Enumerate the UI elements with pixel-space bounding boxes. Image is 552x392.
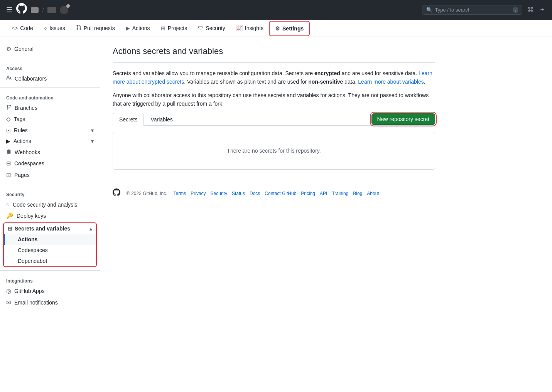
sidebar-item-actions[interactable]: ▶ Actions ▾ xyxy=(0,136,100,146)
branches-icon xyxy=(6,104,12,111)
main-content: Actions secrets and variables Secrets an… xyxy=(100,37,447,179)
new-secret-button[interactable]: New repository secret xyxy=(371,113,435,125)
secrets-variables-label: Secrets and variables xyxy=(15,225,70,232)
sidebar-collaborators-label: Collaborators xyxy=(15,76,47,82)
search-placeholder: Type / to search xyxy=(435,7,511,13)
sidebar-item-email-notifications[interactable]: ✉ Email notifications xyxy=(0,297,100,308)
sidebar-item-branches[interactable]: Branches xyxy=(0,102,100,113)
search-bar[interactable]: 🔍 Type / to search / xyxy=(422,5,522,15)
nav-pr-label: Pull requests xyxy=(84,25,115,31)
link-variables[interactable]: Learn more about variables xyxy=(358,79,424,85)
nav-settings[interactable]: ⚙ Settings xyxy=(269,21,310,36)
nav-insights[interactable]: 📈 Insights xyxy=(231,20,269,37)
empty-state: There are no secrets for this repository… xyxy=(113,132,435,170)
sidebar-item-tags[interactable]: ◇ Tags xyxy=(0,113,100,125)
sidebar-deploy-keys-label: Deploy keys xyxy=(17,213,46,219)
footer: © 2023 GitHub, Inc. Terms Privacy Securi… xyxy=(100,179,552,208)
sub-dependabot-label: Dependabot xyxy=(18,258,47,264)
tab-secrets-label: Secrets xyxy=(119,116,137,123)
user-avatar-2[interactable] xyxy=(47,7,56,13)
codespaces-icon: ⊟ xyxy=(6,160,11,167)
footer-copyright: © 2023 GitHub, Inc. xyxy=(127,191,167,196)
tab-variables[interactable]: Variables xyxy=(144,113,179,126)
sidebar-item-deploy-keys[interactable]: 🔑 Deploy keys xyxy=(0,210,100,222)
tab-variables-label: Variables xyxy=(150,116,172,123)
main-layout: ⚙ General Access Collaborators Code and … xyxy=(0,37,552,390)
empty-state-text: There are no secrets for this repository… xyxy=(227,148,321,154)
nav-projects-label: Projects xyxy=(168,25,187,31)
tags-icon: ◇ xyxy=(6,116,11,123)
nav-issues[interactable]: ○ Issues xyxy=(39,20,71,37)
collaborators-icon xyxy=(6,75,12,82)
sidebar-section-security: Security xyxy=(0,187,100,199)
github-logo xyxy=(16,3,27,17)
security-icon: 🛡 xyxy=(198,25,203,31)
sidebar-item-pages[interactable]: ⊡ Pages xyxy=(0,169,100,181)
sidebar-item-general[interactable]: ⚙ General xyxy=(0,43,100,55)
footer-api[interactable]: API xyxy=(320,191,327,196)
code-icon: <> xyxy=(12,25,18,31)
sidebar-github-apps-label: GitHub Apps xyxy=(14,288,45,294)
footer-privacy[interactable]: Privacy xyxy=(191,191,206,196)
sidebar-section-integrations: Integrations xyxy=(0,274,100,285)
footer-training[interactable]: Training xyxy=(332,191,348,196)
pr-icon xyxy=(76,25,81,31)
nav-security[interactable]: 🛡 Security xyxy=(192,20,231,37)
sidebar-item-github-apps[interactable]: ◎ GitHub Apps xyxy=(0,285,100,297)
nav-issues-label: Issues xyxy=(49,25,65,31)
hamburger-icon[interactable]: ☰ xyxy=(6,6,12,14)
footer-status[interactable]: Status xyxy=(232,191,245,196)
user-avatar-1[interactable] xyxy=(31,7,39,13)
sidebar-item-rules[interactable]: ⊡ Rules ▾ xyxy=(0,125,100,136)
email-notifications-icon: ✉ xyxy=(6,299,11,306)
sidebar-sub-item-actions[interactable]: Actions xyxy=(4,234,96,245)
insights-icon: 📈 xyxy=(236,25,243,31)
terminal-button[interactable]: ⌘ xyxy=(525,4,535,16)
description-2: Anyone with collaborator access to this … xyxy=(113,91,435,108)
settings-icon: ⚙ xyxy=(275,25,280,32)
nav-insights-label: Insights xyxy=(245,25,263,31)
nav-code-label: Code xyxy=(20,25,33,31)
footer-terms[interactable]: Terms xyxy=(174,191,186,196)
footer-docs[interactable]: Docs xyxy=(250,191,260,196)
secrets-variables-icon: ⊞ xyxy=(8,225,12,232)
top-bar-right: 🔍 Type / to search / ⌘ + xyxy=(422,4,546,16)
actions-expand-icon: ▾ xyxy=(91,138,94,144)
sidebar-email-notifications-label: Email notifications xyxy=(14,299,58,306)
footer-about[interactable]: About xyxy=(367,191,379,196)
sidebar-item-collaborators[interactable]: Collaborators xyxy=(0,73,100,84)
sidebar-webhooks-label: Webhooks xyxy=(15,149,40,155)
sidebar-item-codespaces[interactable]: ⊟ Codespaces xyxy=(0,158,100,169)
sidebar-item-webhooks[interactable]: Webhooks xyxy=(0,146,100,158)
secrets-variables-header[interactable]: ⊞ Secrets and variables ▴ xyxy=(4,223,96,234)
sidebar-item-code-security[interactable]: ○ Code security and analysis xyxy=(0,199,100,210)
nav-projects[interactable]: ⊞ Projects xyxy=(155,20,193,37)
nav-settings-label: Settings xyxy=(282,25,304,32)
sidebar: ⚙ General Access Collaborators Code and … xyxy=(0,37,100,390)
nav-actions[interactable]: ▶ Actions xyxy=(120,20,155,37)
nav-pull-requests[interactable]: Pull requests xyxy=(71,20,120,37)
sidebar-code-security-label: Code security and analysis xyxy=(13,202,77,208)
sidebar-tags-label: Tags xyxy=(14,116,25,122)
projects-icon: ⊞ xyxy=(161,25,165,31)
sidebar-sub-item-codespaces[interactable]: Codespaces xyxy=(4,245,96,256)
footer-contact-github[interactable]: Contact GitHub xyxy=(265,191,296,196)
sidebar-sub-item-dependabot[interactable]: Dependabot xyxy=(4,256,96,266)
plus-button[interactable]: + xyxy=(538,4,546,15)
footer-logo xyxy=(113,188,120,199)
sub-codespaces-label: Codespaces xyxy=(18,247,48,253)
sub-actions-label: Actions xyxy=(18,236,37,242)
footer-security[interactable]: Security xyxy=(211,191,227,196)
github-apps-icon: ◎ xyxy=(6,288,11,294)
sidebar-general-label: General xyxy=(14,46,34,52)
user-avatar-3[interactable] xyxy=(60,6,68,14)
search-icon: 🔍 xyxy=(426,7,432,13)
sidebar-rules-label: Rules xyxy=(14,127,28,133)
top-bar-left: ☰ / xyxy=(6,3,68,17)
footer-pricing[interactable]: Pricing xyxy=(301,191,315,196)
nav-code[interactable]: <> Code xyxy=(6,20,39,37)
description-1: Secrets and variables allow you to manag… xyxy=(113,69,435,86)
tab-secrets[interactable]: Secrets xyxy=(113,113,144,126)
nav-security-label: Security xyxy=(206,25,225,31)
footer-blog[interactable]: Blog xyxy=(353,191,362,196)
